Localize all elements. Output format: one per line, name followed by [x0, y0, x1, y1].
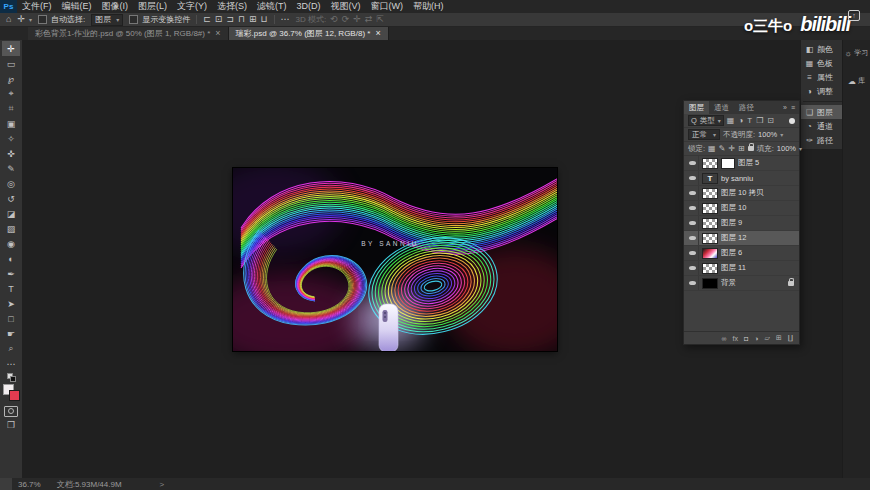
- lock-transparent-icon[interactable]: ▦: [708, 144, 716, 153]
- tab-close-icon[interactable]: ×: [215, 29, 220, 38]
- align-bottom-icon[interactable]: ⊔: [260, 14, 267, 25]
- menu-item[interactable]: 滤镜(T): [252, 0, 292, 13]
- pen-tool[interactable]: ✒: [2, 266, 20, 281]
- menu-item[interactable]: 文件(F): [17, 0, 57, 13]
- document-tab[interactable]: 瑞彩.psd @ 36.7% (图层 12, RGB/8) *×: [229, 26, 389, 40]
- screen-mode-icon[interactable]: ❐: [2, 417, 20, 432]
- auto-select-checkbox[interactable]: [38, 15, 47, 24]
- panel-color[interactable]: ◧颜色: [801, 42, 844, 56]
- align-center-h-icon[interactable]: ⊡: [215, 14, 223, 25]
- quick-mask-icon[interactable]: [4, 406, 18, 417]
- visibility-toggle[interactable]: [687, 246, 699, 260]
- lock-all-icon[interactable]: [748, 146, 754, 151]
- document-tab[interactable]: 彩色背景1-作业的.psd @ 50% (图层 1, RGB/8#) *×: [28, 26, 229, 40]
- menu-item[interactable]: 文字(Y): [172, 0, 212, 13]
- delete-layer-icon[interactable]: ∐: [788, 334, 793, 342]
- menu-item[interactable]: 编辑(E): [57, 0, 97, 13]
- blur-tool[interactable]: ◉: [2, 236, 20, 251]
- menu-item[interactable]: 视图(V): [326, 0, 366, 13]
- layer-row[interactable]: 图层 6: [684, 246, 799, 261]
- path-selection-tool[interactable]: ➤: [2, 296, 20, 311]
- document-canvas[interactable]: BY SANNIU: [233, 168, 557, 351]
- link-layers-icon[interactable]: ∞: [722, 335, 727, 342]
- lock-pixels-icon[interactable]: ✎: [719, 144, 726, 153]
- menu-item[interactable]: 窗口(W): [366, 0, 409, 13]
- pixel-layer-filter-icon[interactable]: ▦: [727, 116, 735, 125]
- panel-adjustments[interactable]: ◑调整: [801, 84, 844, 98]
- type-filter-icon[interactable]: T: [747, 116, 752, 125]
- visibility-toggle[interactable]: [687, 231, 699, 245]
- libraries-panel[interactable]: ☁库: [848, 76, 865, 86]
- layer-filter-dropdown[interactable]: Q 类型 ▾: [688, 115, 724, 126]
- background-color-swatch[interactable]: [9, 390, 20, 401]
- tab-close-icon[interactable]: ×: [375, 29, 380, 38]
- dodge-tool[interactable]: ◐: [2, 251, 20, 266]
- default-colors-icon[interactable]: [7, 373, 16, 382]
- new-layer-icon[interactable]: ⊞: [776, 334, 782, 342]
- smart-object-filter-icon[interactable]: ⊡: [767, 116, 774, 125]
- layer-row[interactable]: 背景: [684, 276, 799, 291]
- auto-select-dropdown[interactable]: 图层 ▾: [91, 14, 123, 26]
- status-expand-icon[interactable]: >: [130, 480, 165, 489]
- frame-tool[interactable]: ▣: [2, 116, 20, 131]
- marquee-tool[interactable]: ▭: [2, 56, 20, 71]
- panel-menu-icon[interactable]: ≡: [791, 104, 795, 111]
- gradient-tool[interactable]: ▨: [2, 221, 20, 236]
- align-left-icon[interactable]: ⊏: [203, 14, 211, 25]
- clone-stamp-tool[interactable]: ◎: [2, 176, 20, 191]
- history-brush-tool[interactable]: ↺: [2, 191, 20, 206]
- visibility-toggle[interactable]: [687, 186, 699, 200]
- adjustment-filter-icon[interactable]: ◑: [738, 116, 743, 125]
- visibility-toggle[interactable]: [687, 216, 699, 230]
- layer-row[interactable]: 图层 11: [684, 261, 799, 276]
- layer-row[interactable]: 图层 10: [684, 201, 799, 216]
- filter-toggle-icon[interactable]: [789, 118, 795, 124]
- align-right-icon[interactable]: ⊐: [226, 14, 234, 25]
- layer-effects-icon[interactable]: fx: [733, 335, 738, 342]
- panel-properties[interactable]: ≡属性: [801, 70, 844, 84]
- quick-selection-tool[interactable]: ⌖: [2, 86, 20, 101]
- chevron-down-icon[interactable]: ▾: [799, 145, 802, 152]
- menu-item[interactable]: 选择(S): [212, 0, 252, 13]
- move-tool[interactable]: ✛: [2, 41, 20, 56]
- collapse-panel-icon[interactable]: »: [783, 104, 787, 111]
- crop-tool[interactable]: ⌗: [2, 101, 20, 116]
- share-icon[interactable]: ↑: [848, 10, 860, 21]
- eraser-tool[interactable]: ◪: [2, 206, 20, 221]
- hand-tool[interactable]: ☛: [2, 326, 20, 341]
- visibility-toggle[interactable]: [687, 261, 699, 275]
- zoom-tool[interactable]: ⌕: [2, 341, 20, 356]
- menu-item[interactable]: 3D(D): [292, 0, 326, 13]
- edit-toolbar-button[interactable]: ⋯: [2, 356, 20, 371]
- layer-row[interactable]: 图层 9: [684, 216, 799, 231]
- layer-row[interactable]: 图层 12: [684, 231, 799, 246]
- lock-artboard-icon[interactable]: ⊞: [738, 144, 745, 153]
- layers-panel-tab[interactable]: 通道: [709, 101, 734, 114]
- home-icon[interactable]: ⌂: [6, 14, 11, 25]
- panel-swatches[interactable]: ▦色板: [801, 56, 844, 70]
- panel-layers[interactable]: ❏图层: [801, 105, 844, 119]
- fill-value[interactable]: 100%: [777, 144, 796, 153]
- menu-item[interactable]: 图层(L): [133, 0, 172, 13]
- chevron-down-icon[interactable]: ▾: [780, 131, 783, 138]
- visibility-toggle[interactable]: [687, 171, 699, 185]
- eyedropper-tool[interactable]: ✧: [2, 131, 20, 146]
- new-group-icon[interactable]: ▱: [764, 334, 769, 342]
- panel-channels[interactable]: ◔通道: [801, 119, 844, 133]
- zoom-level-field[interactable]: 36.7%: [18, 480, 49, 489]
- shape-filter-icon[interactable]: ❒: [756, 116, 763, 125]
- align-middle-icon[interactable]: ⊞: [249, 14, 257, 25]
- panel-paths[interactable]: ✑路径: [801, 133, 844, 147]
- visibility-toggle[interactable]: [687, 201, 699, 215]
- opacity-value[interactable]: 100%: [758, 130, 777, 139]
- layers-panel-tab[interactable]: 路径: [734, 101, 759, 114]
- layer-row[interactable]: 图层 10 拷贝: [684, 186, 799, 201]
- tool-preset-caret-icon[interactable]: ▾: [29, 16, 32, 23]
- menu-item[interactable]: 帮助(H): [408, 0, 449, 13]
- more-options-icon[interactable]: ⋯: [281, 14, 290, 25]
- lasso-tool[interactable]: ℘: [2, 71, 20, 86]
- shape-tool[interactable]: □: [2, 311, 20, 326]
- align-top-icon[interactable]: ⊓: [238, 14, 245, 25]
- layer-row[interactable]: Tby sanniu: [684, 171, 799, 186]
- type-tool[interactable]: T: [2, 281, 20, 296]
